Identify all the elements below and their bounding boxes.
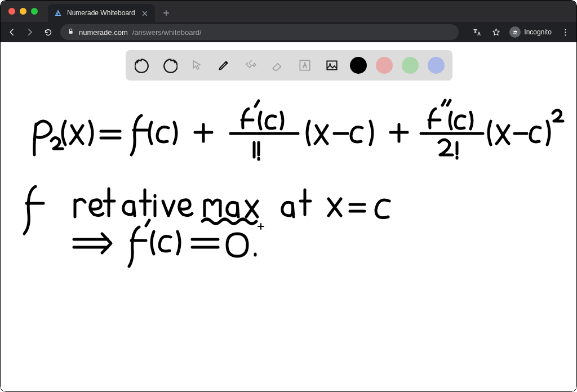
url-bar[interactable]: numerade.com/answers/whiteboard/ (60, 24, 459, 40)
back-button[interactable] (6, 26, 17, 38)
new-tab-button[interactable] (159, 6, 173, 20)
window-close-icon[interactable] (8, 8, 15, 15)
kebab-menu-icon[interactable] (560, 26, 571, 38)
tab-strip: Numerade Whiteboard (1, 1, 576, 22)
browser-chrome: Numerade Whiteboard numerade.com/answers… (1, 1, 576, 42)
svg-point-4 (565, 32, 566, 33)
whiteboard-page (1, 42, 577, 392)
svg-point-1 (513, 32, 515, 34)
tab-favicon-icon (54, 8, 63, 17)
url-host: numerade.com (79, 28, 128, 37)
browser-right-icons: Incognito (471, 26, 571, 38)
tab-close-icon[interactable] (141, 9, 149, 17)
url-path: /answers/whiteboard/ (132, 28, 202, 37)
incognito-label: Incognito (524, 28, 552, 36)
handwriting-svg (1, 42, 577, 392)
whiteboard-canvas[interactable] (1, 42, 577, 392)
incognito-icon (509, 26, 521, 38)
window-minimize-icon[interactable] (20, 8, 26, 15)
address-bar-row: numerade.com/answers/whiteboard/ Incogni… (1, 22, 576, 42)
svg-point-5 (565, 34, 566, 35)
window-maximize-icon[interactable] (31, 8, 38, 15)
incognito-indicator[interactable]: Incognito (509, 26, 552, 38)
window-controls[interactable] (8, 8, 38, 15)
tab-title: Numerade Whiteboard (67, 9, 137, 17)
svg-point-2 (516, 32, 517, 34)
svg-point-3 (565, 29, 566, 30)
translate-icon[interactable] (471, 26, 482, 38)
svg-rect-0 (69, 31, 73, 34)
browser-tab[interactable]: Numerade Whiteboard (48, 4, 155, 22)
forward-button[interactable] (24, 26, 35, 38)
bookmark-star-icon[interactable] (490, 26, 501, 38)
lock-icon (67, 28, 74, 37)
reload-button[interactable] (42, 26, 54, 38)
